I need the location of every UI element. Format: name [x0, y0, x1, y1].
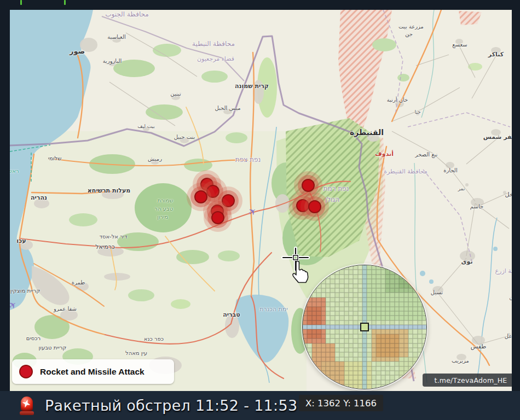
loupe-cell — [349, 375, 353, 380]
loupe-cell — [362, 302, 367, 306]
loupe-cell — [381, 298, 385, 302]
loupe-cell — [399, 384, 403, 389]
loupe-cell — [399, 284, 403, 288]
loupe-cell — [395, 275, 399, 279]
loupe-cell — [376, 293, 380, 297]
loupe-cell — [303, 339, 307, 343]
loupe-cell — [330, 265, 334, 270]
airport-icon: ✈ — [10, 299, 19, 312]
loupe-cell — [330, 334, 334, 339]
map-viewport[interactable]: Rocket and Missile Attack t.me/TzevaAdom… — [10, 10, 512, 391]
map-label: ראש ה — [10, 168, 19, 174]
attack-marker[interactable] — [308, 200, 321, 213]
loupe-cell — [349, 371, 353, 375]
loupe-cell — [372, 334, 376, 339]
loupe-cell — [413, 320, 417, 325]
loupe-cell — [335, 334, 339, 339]
loupe-cell — [390, 302, 394, 306]
attack-marker[interactable] — [211, 211, 224, 224]
loupe-cell — [418, 375, 422, 380]
loupe-cell — [353, 265, 357, 270]
map-label: קריית טבעון — [39, 345, 67, 351]
loupe-cell — [395, 343, 399, 348]
loupe-cell — [404, 380, 408, 384]
loupe-cell — [344, 275, 349, 279]
loupe-cell — [330, 293, 334, 297]
loupe-cell — [307, 352, 311, 357]
map-label: مزيريب — [452, 358, 469, 364]
loupe-cell — [376, 275, 380, 279]
loupe-cell — [372, 279, 376, 283]
loupe-cell — [404, 361, 408, 366]
loupe-cell — [399, 279, 403, 283]
loupe-cell — [303, 352, 307, 357]
loupe-cell — [353, 316, 357, 320]
loupe-cell — [395, 375, 399, 380]
loupe-cell — [372, 366, 376, 371]
attack-marker[interactable] — [222, 194, 235, 207]
loupe-cell — [376, 361, 380, 366]
loupe-cell — [353, 384, 357, 389]
loupe-cell — [330, 380, 334, 384]
loupe-cell — [381, 307, 385, 311]
alert-time-range: 11:52 - 11:53 — [195, 397, 297, 414]
loupe-cell — [418, 311, 422, 316]
loupe-cell — [408, 366, 413, 371]
loupe-cell — [330, 275, 334, 279]
loupe-cell — [316, 288, 321, 293]
attack-marker[interactable] — [194, 190, 207, 203]
loupe-cell — [316, 298, 321, 302]
loupe-cell — [344, 348, 349, 352]
loupe-cell — [376, 288, 380, 293]
attack-marker[interactable] — [302, 179, 315, 192]
loupe-cell — [413, 371, 417, 375]
loupe-cell — [312, 384, 316, 389]
map-label: مزرعة بيت — [398, 24, 424, 30]
loupe-cell — [358, 371, 362, 375]
loupe-cell — [339, 371, 344, 375]
loupe-cell — [358, 298, 362, 302]
loupe-cell — [390, 279, 394, 283]
map-label: הגולן — [325, 196, 339, 203]
loupe-cell — [321, 288, 326, 293]
loupe-cell — [395, 279, 399, 283]
loupe-cell — [353, 366, 357, 371]
loupe-cell — [316, 380, 321, 384]
loupe-cell — [326, 320, 330, 325]
loupe-cell — [413, 302, 417, 306]
loupe-cell — [353, 279, 357, 283]
map-label: جن — [405, 32, 413, 37]
attack-marker[interactable] — [296, 199, 309, 212]
attack-marker[interactable] — [206, 185, 219, 198]
loupe-cell — [362, 375, 367, 380]
loupe-cell — [408, 329, 413, 334]
loupe-cell — [321, 307, 326, 311]
loupe-cell — [330, 320, 334, 325]
loupe-cell — [404, 311, 408, 316]
loupe-cell — [418, 325, 422, 329]
map-label: نمر — [458, 186, 465, 191]
loupe-cell — [372, 325, 376, 329]
loupe-cell — [312, 361, 316, 366]
map-label: ميس الجبل — [215, 106, 240, 111]
loupe-cell — [349, 380, 353, 384]
loupe-cell — [344, 316, 349, 320]
loupe-cell — [399, 366, 403, 371]
loupe-cell — [413, 279, 417, 283]
loupe-cell — [390, 293, 394, 297]
loupe-cell — [349, 361, 353, 366]
loupe-cell — [376, 329, 380, 334]
loupe-cell — [362, 293, 367, 297]
loupe-cell — [385, 352, 390, 357]
loupe-cell — [372, 329, 376, 334]
loupe-cell — [321, 361, 326, 366]
watermark-link[interactable]: t.me/TzevaAdom_HE — [423, 374, 512, 387]
loupe-cell — [395, 293, 399, 297]
loupe-cell — [376, 380, 380, 384]
loupe-cell — [422, 329, 426, 334]
loupe-cell — [358, 348, 362, 352]
loupe-cell — [372, 339, 376, 343]
loupe-cell — [344, 343, 349, 348]
loupe-cell — [418, 339, 422, 343]
loupe-cell — [330, 325, 334, 329]
